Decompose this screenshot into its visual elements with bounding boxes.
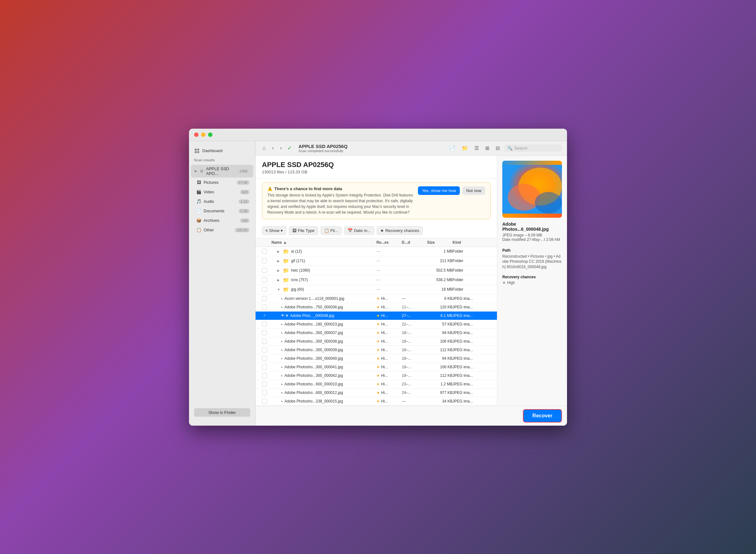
row-checkbox[interactable] [262,390,267,395]
table-row[interactable]: ▪Adobe Photosho...180_000023.jpg★Hi...22… [256,320,497,329]
dashboard-nav-item[interactable]: Dashboard [189,146,255,156]
row-checkbox[interactable] [262,339,267,344]
close-button[interactable] [194,132,199,137]
show-in-finder-button[interactable]: Show in Finder [194,408,250,417]
recovery-cell: — [376,268,402,273]
sidebar-arrow-icon: ▶ [195,169,197,173]
star-icon: ★ [376,356,380,361]
table-row[interactable]: ▪Acorn version 1....x119_000001.jpg★Hi..… [256,294,497,303]
yes-show-me-button[interactable]: Yes, show me how [418,186,460,195]
row-checkbox[interactable] [262,296,267,301]
table-row[interactable]: 👁 ⊕Adobe Phot..._000048.jpg★Hi...27–...6… [256,312,497,320]
preview-image [502,161,562,218]
star-icon: ★ [376,382,380,386]
row-checkbox[interactable] [262,356,267,361]
table-row[interactable]: ▪Adobe Photosho...300_000042.jpg★Hi...18… [256,372,497,380]
table-row[interactable]: ▪Adobe Photosho...300_000041.jpg★Hi...18… [256,363,497,372]
back-button[interactable]: ‹ [270,144,275,152]
col-kind[interactable]: Kind [453,240,491,245]
table-row[interactable]: ▶📁gif (171)—211 KBFolder [256,257,497,266]
row-checkbox[interactable] [262,277,267,282]
minimize-button[interactable] [201,132,205,137]
sidebar-item-documents[interactable]: 📄 Documents 5.3K [191,207,253,216]
expand-icon[interactable]: ▼ [277,288,281,291]
table-row[interactable]: ▶📁ai (12)—1 MBFolder [256,247,497,257]
file-view-button[interactable]: 📄 [447,144,457,153]
warning-icon: ⚠️ [267,186,272,191]
grid-view-button[interactable]: ⊞ [483,144,491,153]
not-now-button[interactable]: Not now [462,186,485,195]
file-name-cell: ▪Adobe Photosho...300_000038.jpg [271,339,376,344]
expand-icon[interactable]: ▶ [277,259,281,263]
forward-button[interactable]: › [278,144,284,152]
file-extra-icons: 👁 ⊕ [281,314,288,318]
home-button[interactable]: ⌂ [261,144,268,152]
sidebar-item-audio[interactable]: 🎵 Audio 1.1K [191,197,253,206]
row-checkbox[interactable] [262,399,267,404]
sidebar-item-video[interactable]: 🎬 Video 620 [191,187,253,197]
content-area: APPLE SSD AP0256Q 130013 files / 123.33 … [256,156,567,406]
fullscreen-button[interactable] [208,132,212,137]
filename-filter-button[interactable]: 📋 Fil... [320,226,342,235]
table-row[interactable]: ▪Adobe Photosho...300_000040.jpg★Hi...18… [256,354,497,363]
col-dd[interactable]: D...d [402,240,427,245]
row-checkbox[interactable] [262,268,267,273]
table-row[interactable]: ▶📁icns (757)—538.2 MBFolder [256,275,497,285]
date-filter-button[interactable]: 📅 Date m... [344,226,374,235]
row-checkbox[interactable] [262,258,267,263]
table-row[interactable]: ▪Adobe Photosho...300_000037.jpg★Hi...18… [256,329,497,337]
toolbar: ⌂ ‹ › ✓ APPLE SSD AP0256Q Scan completed… [256,141,567,156]
file-type-icon: ▪ [281,304,283,310]
sidebar-item-other[interactable]: 📋 Other 105.5K [191,226,253,234]
panel-view-button[interactable]: ⊟ [494,144,502,153]
expand-icon[interactable]: ▶ [277,250,281,253]
recovery-cell: — [376,278,402,282]
row-checkbox[interactable] [262,287,267,292]
expand-icon[interactable]: ▶ [277,269,281,272]
recovery-chances-filter-button[interactable]: ★ Recovery chances [377,226,423,235]
row-checkbox[interactable] [262,313,267,318]
table-row[interactable]: ▪Adobe Photosho...238_000015.jpg★Hi...—3… [256,397,497,406]
preview-path-label: Path [502,248,562,253]
file-list-body: ▶📁ai (12)—1 MBFolder▶📁gif (171)—211 KBFo… [256,247,497,406]
chevron-down-icon: ▾ [281,228,283,233]
size-cell: 1.2 MB [427,382,453,386]
folder-view-button[interactable]: 📁 [460,144,470,153]
table-row[interactable]: ▪Adobe Photosho...300_000038.jpg★Hi...18… [256,337,497,346]
table-row[interactable]: ▪Adobe Photosho...600_000012.jpg★Hi...24… [256,389,497,397]
file-type-filter-button[interactable]: 🖼 File Type [289,226,318,235]
kind-cell: Folder [453,287,491,291]
search-input[interactable] [514,146,559,151]
col-rees[interactable]: Re...es [376,240,402,245]
kind-cell: JPEG ima... [453,399,491,403]
row-checkbox[interactable] [262,365,267,370]
calendar-icon: 📅 [348,228,353,233]
folder-icon: 📁 [283,268,289,274]
expand-icon[interactable]: ▶ [277,278,281,282]
sidebar-item-archives[interactable]: 📦 Archives 160 [191,216,253,225]
row-checkbox[interactable] [262,304,267,310]
sidebar-item-apple-ssd[interactable]: ▶ 🖥 APPLE SSD APO... 130K [191,165,253,177]
file-name: Adobe Photosho...238_000015.jpg [285,399,343,403]
row-checkbox[interactable] [262,347,267,352]
table-row[interactable]: ▶📁heic (1060)—502.5 MBFolder [256,266,497,275]
col-size[interactable]: Size [427,240,453,245]
table-row[interactable]: ▪Adobe Photosho...600_000010.jpg★Hi...23… [256,380,497,389]
table-row[interactable]: ▪Adobe Photosho...750_000036.jpg★Hi...11… [256,303,497,312]
row-checkbox[interactable] [262,330,267,335]
recover-button[interactable]: Recover [523,409,562,423]
row-checkbox[interactable] [262,373,267,378]
list-view-button[interactable]: ☰ [472,144,481,153]
row-checkbox[interactable] [262,249,267,254]
sidebar-item-pictures[interactable]: 🖼 Pictures 17.4K [191,178,253,187]
table-row[interactable]: ▪Adobe Photosho...300_000039.jpg★Hi...18… [256,346,497,354]
traffic-lights [194,132,212,137]
photo-icon: 🖼 [196,180,202,185]
row-checkbox[interactable] [262,382,267,387]
svg-rect-2 [195,151,197,153]
table-row[interactable]: ▼📁jpg (60)—18 MBFolder [256,285,497,294]
show-filter-button[interactable]: ≡ Show ▾ [262,226,286,235]
preview-meta: JPEG image – 6.09 MB Date modified 27-Ma… [502,233,562,242]
col-name[interactable]: Name ▲ [271,240,376,245]
row-checkbox[interactable] [262,322,267,327]
